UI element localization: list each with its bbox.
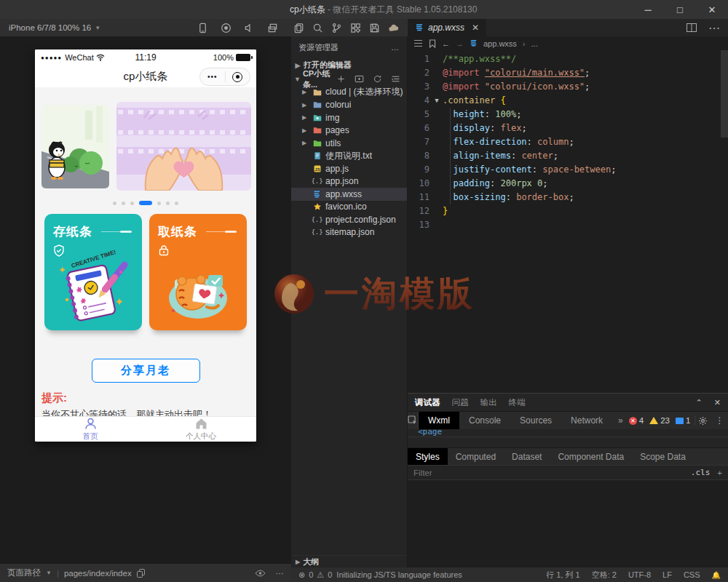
carousel-dot[interactable]	[175, 202, 178, 205]
cls-toggle[interactable]: .cls	[691, 468, 711, 477]
new-file-icon[interactable]	[335, 73, 347, 85]
collapse-icon[interactable]	[389, 73, 401, 85]
mute-icon[interactable]	[243, 22, 255, 33]
tab-app-wxss[interactable]: app.wxss ✕	[408, 19, 486, 36]
status-item[interactable]: 空格: 2	[592, 570, 617, 581]
code-editor[interactable]: 1/**app.wxss**/2@import "colorui/main.wx…	[408, 50, 728, 393]
code-line-11[interactable]: 11 box-sizing: border-box;	[408, 191, 728, 204]
debugger-tab-输出[interactable]: 输出	[480, 397, 497, 408]
styles-tab-dataset[interactable]: Dataset	[504, 448, 550, 466]
tree-item-project.config.json[interactable]: {.}project.config.json	[291, 213, 407, 226]
eye-icon[interactable]	[255, 570, 266, 577]
explorer-more-icon[interactable]: …	[391, 43, 400, 52]
copy-path-icon[interactable]	[137, 569, 145, 578]
more-menu-icon[interactable]: •••	[200, 73, 225, 81]
devtools-tab-network[interactable]: Network	[561, 412, 612, 430]
code-line-1[interactable]: 1/**app.wxss**/	[408, 52, 728, 66]
code-line-6[interactable]: 6 display: flex;	[408, 121, 728, 135]
error-badge[interactable]: ✕4	[629, 416, 644, 425]
carousel-dot[interactable]	[157, 202, 161, 205]
grid-icon[interactable]	[349, 22, 361, 33]
debugger-tab-调试器[interactable]: 调试器	[415, 397, 440, 408]
code-line-8[interactable]: 8 align-items: center;	[408, 149, 728, 163]
breadcrumb-more[interactable]: ...	[531, 39, 538, 48]
bell-icon[interactable]: 🔔	[712, 571, 721, 579]
gear-icon[interactable]	[698, 416, 708, 426]
more-actions-icon[interactable]: ⋯	[708, 21, 721, 35]
tree-item-app.js[interactable]: JSapp.js	[291, 162, 407, 175]
styles-tab-computed[interactable]: Computed	[448, 448, 504, 466]
page-path-label[interactable]: 页面路径	[7, 567, 41, 578]
tree-item-favicon.ico[interactable]: favicon.ico	[291, 201, 407, 214]
code-line-12[interactable]: 12}	[408, 204, 728, 218]
tree-item-cloud-[interactable]: ▶cloud | (未选择环境)	[291, 86, 407, 99]
chevron-right-icon[interactable]: ▶	[302, 102, 309, 108]
tree-item-app.wxss[interactable]: app.wxss	[291, 188, 407, 201]
chevron-right-icon[interactable]: ▶	[302, 127, 309, 134]
code-line-13[interactable]: 13	[408, 218, 728, 232]
devtools-tab-console[interactable]: Console	[459, 412, 510, 430]
branch-icon[interactable]	[331, 22, 342, 33]
maximize-button[interactable]: □	[664, 0, 696, 19]
wxml-tree-clipped[interactable]: <page	[408, 429, 728, 436]
tree-item--.txt[interactable]: 使用说明.txt	[291, 150, 407, 163]
collapse-panel-icon[interactable]: ⌃	[696, 398, 703, 407]
phone-simulator[interactable]: ●●●●● WeChat 11:19 100% cp小纸条 •••	[35, 49, 256, 442]
status-item[interactable]: UTF-8	[628, 570, 651, 579]
record-icon[interactable]	[220, 22, 232, 33]
carousel-dot[interactable]	[166, 202, 170, 205]
inspect-element-icon[interactable]	[408, 412, 419, 430]
add-style-icon[interactable]: +	[717, 469, 722, 477]
save-note-card[interactable]: 存纸条 CREATIVE TIME!	[44, 214, 142, 330]
devtools-tab-wxml[interactable]: Wxml	[419, 412, 459, 430]
tree-item-img[interactable]: ▶img	[291, 111, 407, 124]
message-badge[interactable]: 1	[676, 416, 690, 425]
problems-indicator[interactable]: ⊗0 ⚠0	[298, 570, 332, 580]
capsule-menu[interactable]: •••	[199, 68, 250, 86]
get-note-card[interactable]: 取纸条	[149, 214, 247, 330]
debugger-tab-问题[interactable]: 问题	[452, 397, 469, 408]
status-item[interactable]: LF	[662, 570, 672, 579]
forward-icon[interactable]: →	[456, 39, 464, 48]
carousel-dot[interactable]	[130, 202, 134, 205]
refresh-icon[interactable]	[371, 73, 383, 85]
fold-icon[interactable]: ▼	[432, 94, 441, 108]
chevron-right-icon[interactable]: ▶	[302, 140, 309, 146]
code-line-5[interactable]: 5 height: 100%;	[408, 108, 728, 121]
close-panel-icon[interactable]: ✕	[714, 398, 721, 407]
tree-item-app.json[interactable]: {.}app.json	[291, 175, 407, 188]
code-line-2[interactable]: 2@import "colorui/main.wxss";	[408, 66, 728, 80]
code-line-9[interactable]: 9 justify-content: space-between;	[408, 163, 728, 177]
close-tab-icon[interactable]: ✕	[472, 23, 479, 33]
code-line-7[interactable]: 7 flex-direction: column;	[408, 135, 728, 149]
tab-home[interactable]: 首页	[35, 417, 146, 442]
chevron-right-icon[interactable]: ▶	[302, 89, 309, 95]
search-icon[interactable]	[312, 22, 323, 33]
code-line-10[interactable]: 10 padding: 200rpx 0;	[408, 177, 728, 191]
code-line-4[interactable]: 4▼.container {	[408, 94, 728, 108]
cloud-icon[interactable]	[387, 22, 399, 33]
carousel-dots[interactable]	[35, 201, 256, 205]
back-icon[interactable]: ←	[442, 39, 450, 48]
carousel-dot[interactable]	[122, 202, 125, 205]
share-matchmaker-button[interactable]: 分享月老	[92, 359, 200, 383]
exit-miniprogram-icon[interactable]	[226, 72, 250, 82]
phone-icon[interactable]	[197, 22, 208, 33]
tab-profile[interactable]: 个人中心	[146, 417, 256, 442]
project-section[interactable]: ▼ CP小纸条...	[291, 72, 407, 86]
tree-item-colorui[interactable]: ▶colorui	[291, 99, 407, 112]
windows-icon[interactable]	[266, 22, 278, 33]
tree-item-pages[interactable]: ▶pages	[291, 124, 407, 137]
device-selector[interactable]: iPhone 6/7/8 100% 16 ▼	[0, 23, 100, 32]
carousel-dot[interactable]	[113, 202, 116, 205]
chevron-right-icon[interactable]: ▶	[302, 114, 309, 121]
new-folder-icon[interactable]	[353, 73, 365, 85]
carousel-dot[interactable]	[139, 201, 152, 205]
kebab-menu-icon[interactable]: ⋮	[715, 415, 724, 426]
editor-scrollbar[interactable]	[721, 50, 728, 137]
status-item[interactable]: CSS	[684, 570, 700, 579]
bookmark-icon[interactable]	[429, 39, 436, 48]
split-editor-icon[interactable]	[687, 23, 697, 32]
breadcrumb-file[interactable]: app.wxss	[483, 39, 517, 48]
more-tabs-icon[interactable]: »	[612, 415, 629, 426]
